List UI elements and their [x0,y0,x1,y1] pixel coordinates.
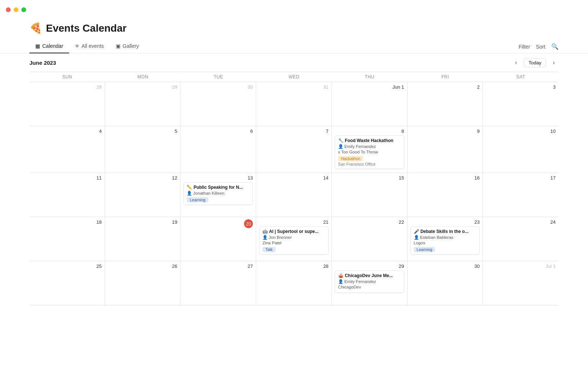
event-location: San Fransisco Office [338,162,401,166]
week-row-3: 18192021🤖 AI | Supertool or supe...👤 Jon… [29,217,559,261]
day-number: 28 [32,84,102,90]
week-row-2: 111213✏️ Public Speaking for N...👤 Jonat… [29,173,559,217]
tab-calendar[interactable]: ▦ Calendar [29,40,69,53]
tab-gallery[interactable]: ▣ Gallery [110,40,145,53]
day-number: 14 [259,175,329,181]
day-number: 21 [259,219,329,225]
day-cell-2-6[interactable]: 17 [483,173,559,217]
day-number: 31 [259,84,329,90]
event-card-chicagodev[interactable]: 🎪 ChicagoDev June Me...👤 Emily Fernandez… [335,270,404,293]
day-cell-0-5[interactable]: 2 [408,82,483,126]
sort-button[interactable]: Sort [536,44,545,50]
minimize-button[interactable] [14,7,18,12]
app-title: 🍕 Events Calendar [29,22,126,34]
calendar-grid: SUN MON TUE WED THU FRI SAT 28293031Jun … [29,72,559,305]
day-cell-3-6[interactable]: 24 [483,217,559,261]
day-cell-1-1[interactable]: 5 [105,126,181,173]
day-cell-4-3[interactable]: 28 [256,261,332,305]
day-number: Jul 1 [486,263,556,269]
day-cell-0-3[interactable]: 31 [256,82,332,126]
search-icon[interactable]: 🔍 [551,43,559,50]
day-cell-3-2[interactable]: 20 [180,217,256,261]
day-number: 7 [259,128,329,134]
maximize-button[interactable] [21,7,26,12]
event-card-public-speaking[interactable]: ✏️ Public Speaking for N...👤 Jonathan Ki… [183,182,253,205]
calendar-icon: ▦ [35,43,40,49]
day-cell-2-4[interactable]: 15 [332,173,408,217]
day-cell-2-1[interactable]: 12 [105,173,181,217]
day-cell-4-2[interactable]: 27 [180,261,256,305]
day-number: 30 [410,263,480,269]
day-number: 23 [410,219,480,225]
day-cell-2-3[interactable]: 14 [256,173,332,217]
tab-gallery-label: Gallery [123,43,139,49]
day-cell-4-4[interactable]: 29🎪 ChicagoDev June Me...👤 Emily Fernand… [332,261,408,305]
app-header: 🍕 Events Calendar [0,15,588,34]
day-cell-4-6[interactable]: Jul 1 [483,261,559,305]
day-cell-3-5[interactable]: 23🎤 Debate Skills in the o...👤 Esteban B… [408,217,483,261]
day-header-thu: THU [332,72,408,82]
day-cell-0-6[interactable]: 3 [483,82,559,126]
day-cell-2-5[interactable]: 16 [408,173,483,217]
day-cell-0-1[interactable]: 29 [105,82,181,126]
tabs-right: Filter Sort 🔍 [519,43,559,50]
event-host: 👤 Jon Brenner [262,235,325,240]
day-cell-2-2[interactable]: 13✏️ Public Speaking for N...👤 Jonathan … [180,173,256,217]
event-title: ✏️ Public Speaking for N... [187,185,250,190]
day-header-tue: TUE [180,72,256,82]
day-cell-4-5[interactable]: 30 [408,261,483,305]
day-cell-1-5[interactable]: 9 [408,126,483,173]
day-number: 2 [410,84,480,90]
day-cell-3-3[interactable]: 21🤖 AI | Supertool or supe...👤 Jon Brenn… [256,217,332,261]
day-number: 17 [486,175,556,181]
event-tag: Hackathon [338,156,363,161]
close-button[interactable] [6,7,11,12]
event-title: 🤖 AI | Supertool or supe... [262,229,325,234]
event-card-food-waste-hackathon[interactable]: 🔧 Food Waste Hackathon👤 Emily Fernandezx… [335,135,404,169]
weeks-container: 28293031Jun 12345678🔧 Food Waste Hackath… [29,82,559,305]
day-cell-0-4[interactable]: Jun 1 [332,82,408,126]
day-number: 11 [32,175,102,181]
day-cell-1-6[interactable]: 10 [483,126,559,173]
day-header-mon: MON [105,72,181,82]
event-card-ai-supertool[interactable]: 🤖 AI | Supertool or supe...👤 Jon Brenner… [259,226,329,255]
tab-calendar-label: Calendar [42,43,63,49]
event-title: 🎪 ChicagoDev June Me... [338,273,401,278]
filter-button[interactable]: Filter [519,44,530,50]
day-number: 10 [486,128,556,134]
day-cell-1-0[interactable]: 4 [29,126,105,173]
day-cell-0-0[interactable]: 28 [29,82,105,126]
day-cell-0-2[interactable]: 30 [180,82,256,126]
day-cell-4-0[interactable]: 25 [29,261,105,305]
day-number: 13 [183,175,253,181]
day-number: 30 [183,84,253,90]
event-tag: Learning [414,247,435,252]
day-headers: SUN MON TUE WED THU FRI SAT [29,72,559,82]
day-cell-1-2[interactable]: 6 [180,126,256,173]
day-number: 29 [335,263,404,269]
day-number: 27 [183,263,253,269]
app-icon: 🍕 [29,22,42,34]
month-title: June 2023 [29,60,56,66]
tab-all-events[interactable]: ✳ All events [69,40,110,53]
day-cell-3-4[interactable]: 22 [332,217,408,261]
day-cell-3-0[interactable]: 18 [29,217,105,261]
day-number: 28 [259,263,329,269]
event-org: x Too Good To Throw [338,150,401,154]
day-number: 26 [108,263,178,269]
tabs-left: ▦ Calendar ✳ All events ▣ Gallery [29,40,145,53]
prev-month-button[interactable]: ‹ [511,58,521,67]
tabs-bar: ▦ Calendar ✳ All events ▣ Gallery Filter… [0,40,588,53]
day-cell-4-1[interactable]: 26 [105,261,181,305]
event-host: 👤 Esteban Balderas [414,235,477,240]
next-month-button[interactable]: › [549,58,559,67]
day-cell-1-3[interactable]: 7 [256,126,332,173]
event-card-debate-skills[interactable]: 🎤 Debate Skills in the o...👤 Esteban Bal… [410,226,480,255]
week-row-4: 2526272829🎪 ChicagoDev June Me...👤 Emily… [29,261,559,305]
today-button[interactable]: Today [524,58,546,67]
day-cell-1-4[interactable]: 8🔧 Food Waste Hackathon👤 Emily Fernandez… [332,126,408,173]
day-number: 8 [335,128,404,134]
day-cell-3-1[interactable]: 19 [105,217,181,261]
event-tag: Learning [187,197,208,202]
day-cell-2-0[interactable]: 11 [29,173,105,217]
